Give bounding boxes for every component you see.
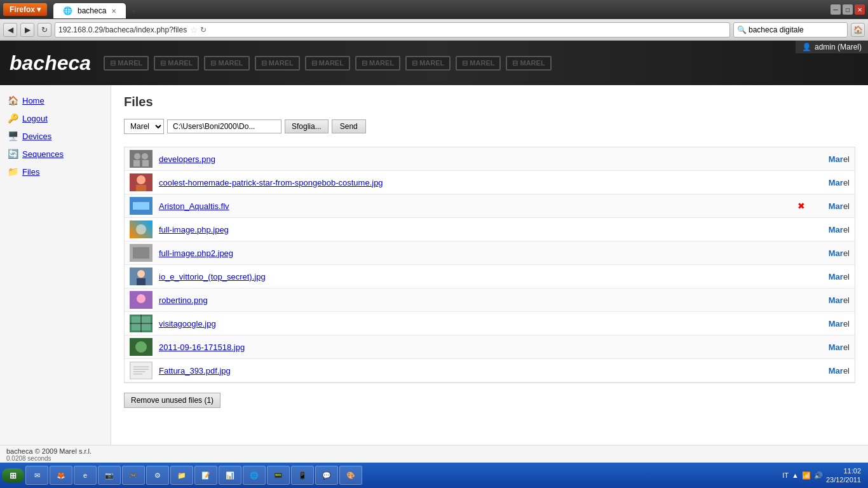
- file-link[interactable]: coolest-homemade-patrick-star-from-spong…: [159, 178, 805, 187]
- svg-point-1: [134, 153, 140, 159]
- search-text: bacheca digitale: [749, 25, 804, 34]
- taskbar-paint[interactable]: 🎨: [339, 466, 362, 470]
- title-bar: Firefox ▾ 🌐 bacheca ✕ + ─ □ ✕: [0, 0, 868, 19]
- file-link[interactable]: full-image.php2.jpeg: [159, 248, 805, 258]
- table-row: robertino.png Marel: [125, 288, 855, 312]
- refresh-button[interactable]: ↻: [37, 23, 51, 37]
- file-owner: Marel: [811, 272, 850, 281]
- home-icon: 🏠: [8, 95, 18, 105]
- firefox-button[interactable]: Firefox ▾: [3, 3, 47, 16]
- back-button[interactable]: ◀: [3, 23, 17, 37]
- sidebar-item-home[interactable]: 🏠 Home: [0, 92, 111, 109]
- svg-point-11: [136, 224, 146, 234]
- sidebar-item-files[interactable]: 📁 Files: [0, 163, 111, 180]
- forward-button[interactable]: ▶: [20, 23, 34, 37]
- devices-link[interactable]: Devices: [22, 132, 51, 141]
- taskbar-firefox[interactable]: 🦊: [50, 466, 72, 470]
- taskbar-ie[interactable]: e: [74, 466, 97, 470]
- file-thumbnail: [130, 150, 153, 168]
- browser-tab[interactable]: 🌐 bacheca ✕: [53, 3, 126, 18]
- address-bar[interactable]: 192.168.0.29/bacheca/index.php?files ☆ ↻: [55, 22, 730, 37]
- start-button[interactable]: ⊞: [2, 468, 24, 471]
- close-button[interactable]: ✕: [855, 4, 865, 15]
- app-logo: bacheca: [10, 51, 91, 75]
- taskbar-pager[interactable]: 📟: [267, 466, 290, 470]
- files-link[interactable]: Files: [22, 167, 39, 177]
- admin-text: admin (Marel): [815, 43, 862, 51]
- send-button[interactable]: Send: [332, 119, 366, 133]
- taskbar-bb[interactable]: 📱: [291, 466, 314, 470]
- taskbar-excel[interactable]: 📊: [219, 466, 241, 470]
- taskbar: ⊞ ✉ 🦊 e 📷 🎮 ⚙ 📁 📝 📊 🌐 📟 📱 💬 🎨 IT ▲ 📶 🔊 1…: [0, 463, 868, 470]
- file-link[interactable]: full-image.php.jpeg: [159, 225, 805, 234]
- file-owner: Marel: [811, 225, 850, 234]
- file-thumbnail: [130, 315, 153, 332]
- file-link[interactable]: Ariston_Aqualtis.flv: [159, 201, 788, 211]
- file-link[interactable]: developers.png: [159, 154, 805, 164]
- table-row: io_e_vittorio_(top_secret).jpg Marel: [125, 265, 855, 288]
- address-refresh-icon[interactable]: ↻: [200, 25, 207, 34]
- svg-point-24: [135, 341, 147, 353]
- address-text: 192.168.0.29/bacheca/index.php?files: [58, 25, 187, 34]
- svg-rect-16: [137, 278, 146, 285]
- sequences-link[interactable]: Sequences: [22, 149, 64, 159]
- file-owner: Marel: [811, 178, 850, 187]
- delete-icon[interactable]: ✖: [797, 201, 805, 211]
- file-link[interactable]: io_e_vittorio_(top_secret).jpg: [159, 272, 805, 281]
- admin-icon: 👤: [802, 43, 811, 51]
- maximize-button[interactable]: □: [843, 4, 853, 15]
- file-link[interactable]: Fattura_393.pdf.jpg: [159, 366, 805, 376]
- table-row: developers.png Marel: [125, 147, 855, 171]
- table-row: Ariston_Aqualtis.flv ✖ Marel: [125, 194, 855, 218]
- file-link[interactable]: 2011-09-16-171518.jpg: [159, 342, 805, 352]
- svg-point-2: [142, 153, 148, 159]
- taskbar-browser2[interactable]: 🌐: [243, 466, 266, 470]
- file-owner: Marel: [811, 248, 850, 258]
- sequences-icon: 🔄: [8, 149, 18, 159]
- app-header: 👤 admin (Marel) bacheca ⊟ MAREL ⊟ MAREL …: [0, 41, 868, 85]
- file-thumbnail: [130, 338, 153, 356]
- sidebar-item-logout[interactable]: 🔑 Logout: [0, 109, 111, 127]
- search-bar[interactable]: 🔍 bacheca digitale: [733, 22, 848, 37]
- admin-bar: 👤 admin (Marel): [796, 41, 868, 53]
- marel-logo-5: ⊟ MAREL: [305, 56, 350, 71]
- bookmark-star-icon[interactable]: ☆: [190, 25, 198, 35]
- new-tab-button[interactable]: +: [126, 3, 141, 18]
- tab-close-button[interactable]: ✕: [111, 8, 116, 15]
- svg-point-6: [137, 175, 146, 184]
- file-thumbnail: [130, 362, 153, 379]
- logout-link[interactable]: Logout: [22, 114, 48, 123]
- table-row: full-image.php2.jpeg Marel: [125, 241, 855, 265]
- footer-seconds: 0.0208 seconds: [6, 455, 862, 462]
- taskbar-game[interactable]: 🎮: [122, 466, 145, 470]
- svg-rect-4: [142, 160, 149, 166]
- browse-button[interactable]: Sfoglia...: [285, 119, 329, 133]
- file-thumbnail: [130, 197, 153, 215]
- file-list: developers.png Marel coolest-homemade-pa…: [124, 147, 855, 383]
- sidebar-item-sequences[interactable]: 🔄 Sequences: [0, 145, 111, 163]
- devices-icon: 🖥️: [8, 131, 18, 141]
- file-link[interactable]: visitagoogle.jpg: [159, 319, 805, 329]
- taskbar-camera[interactable]: 📷: [98, 466, 121, 470]
- home-link[interactable]: Home: [22, 96, 44, 105]
- taskbar-email[interactable]: ✉: [25, 466, 48, 470]
- device-select[interactable]: Marel: [124, 119, 164, 134]
- taskbar-skype[interactable]: 💬: [315, 466, 338, 470]
- taskbar-folder[interactable]: 📁: [170, 466, 193, 470]
- file-path-input[interactable]: [167, 119, 281, 133]
- taskbar-word[interactable]: 📝: [194, 466, 217, 470]
- svg-rect-25: [130, 362, 152, 379]
- clock-time: 11:02: [826, 466, 861, 470]
- table-row: 2011-09-16-171518.jpg Marel: [125, 336, 855, 359]
- file-link[interactable]: robertino.png: [159, 295, 805, 305]
- files-icon: 📁: [8, 166, 18, 177]
- remove-unused-files-button[interactable]: Remove unused files (1): [124, 393, 220, 408]
- page-title: Files: [124, 95, 855, 109]
- logo-text: bacheca: [10, 51, 91, 74]
- home-nav-button[interactable]: 🏠: [851, 23, 865, 37]
- logout-icon: 🔑: [8, 113, 18, 123]
- minimize-button[interactable]: ─: [831, 4, 841, 15]
- sidebar-item-devices[interactable]: 🖥️ Devices: [0, 127, 111, 145]
- sidebar: 🏠 Home 🔑 Logout 🖥️ Devices 🔄 Sequences 📁…: [0, 85, 111, 445]
- taskbar-settings[interactable]: ⚙: [146, 466, 169, 470]
